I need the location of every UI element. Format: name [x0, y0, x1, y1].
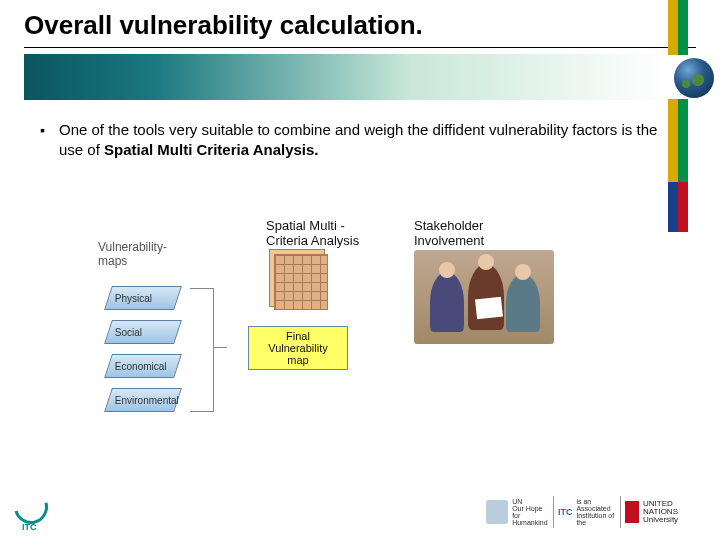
footer-affiliations: UN Our Hope for Humankind ITC is an Asso…: [486, 490, 686, 534]
un-block: UN Our Hope for Humankind: [486, 498, 549, 526]
final-vulnerability-box: Final Vulnerability map: [248, 326, 348, 370]
bullet-item: ▪ One of the tools very suitable to comb…: [40, 120, 660, 159]
factor-physical: Physical: [104, 286, 182, 310]
body-content: ▪ One of the tools very suitable to comb…: [40, 120, 660, 159]
factor-economical: Economical: [104, 354, 182, 378]
assoc-text: is an Associated Institution of the: [576, 498, 616, 526]
stakeholder-illustration: [414, 250, 554, 344]
un-text: UN Our Hope for Humankind: [512, 498, 549, 526]
assoc-block: ITC is an Associated Institution of the: [558, 498, 616, 526]
unu-block: UNITED NATIONS University: [625, 500, 686, 524]
factor-environmental: Environmental: [104, 388, 182, 412]
unu-badge-icon: [625, 501, 639, 523]
bullet-text-bold: Spatial Multi Criteria Analysis.: [104, 141, 319, 158]
label-vulnerability-maps: Vulnerability- maps: [98, 240, 167, 268]
factor-social: Social: [104, 320, 182, 344]
label-stakeholder: Stakeholder Involvement: [414, 218, 484, 248]
bullet-marker-icon: ▪: [40, 120, 45, 159]
page-title: Overall vulnerability calculation.: [24, 10, 720, 41]
itc-mini-text: ITC: [558, 507, 573, 517]
diagram: Vulnerability- maps Spatial Multi - Crit…: [98, 218, 568, 448]
unu-text: UNITED NATIONS University: [643, 500, 686, 524]
header-gradient: [24, 54, 668, 100]
un-badge-icon: [486, 500, 508, 524]
matrix-graphic: [274, 254, 328, 310]
bracket-connector-icon: [190, 288, 214, 412]
globe-icon: [674, 58, 714, 98]
logo-itc: ITC: [14, 490, 56, 532]
bullet-text: One of the tools very suitable to combin…: [59, 120, 660, 159]
title-underline: [24, 47, 696, 48]
label-smca: Spatial Multi - Criteria Analysis: [266, 218, 359, 248]
